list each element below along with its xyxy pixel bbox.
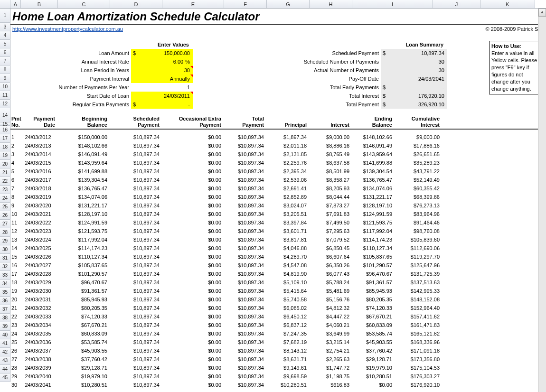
- table-cell[interactable]: $175,104.53: [395, 364, 442, 372]
- table-cell[interactable]: $0.00: [162, 278, 224, 287]
- table-row[interactable]: 2724/03/2038$37,760.42$10,897.34$0.00$10…: [10, 355, 546, 364]
- table-cell[interactable]: $148,102.66: [58, 141, 110, 150]
- table-cell[interactable]: $96,470.67: [58, 278, 110, 287]
- table-cell[interactable]: $2,852.89: [267, 193, 310, 201]
- th-cumulative-interest[interactable]: CumulativeInterest: [395, 115, 442, 129]
- table-cell[interactable]: $60,833.09: [58, 329, 110, 338]
- table-cell[interactable]: $10,897.34: [224, 338, 267, 346]
- table-cell[interactable]: 24/03/2036: [21, 338, 58, 346]
- table-cell[interactable]: $139,304.54: [352, 167, 395, 176]
- table-cell[interactable]: $168,336.96: [395, 338, 442, 346]
- table-cell[interactable]: $10,897.34: [224, 364, 267, 372]
- table-cell[interactable]: $43,791.22: [395, 167, 442, 176]
- table-cell[interactable]: $2,131.85: [267, 150, 310, 159]
- table-cell[interactable]: $7,079.52: [310, 235, 352, 244]
- table-cell[interactable]: 24/03/2023: [21, 227, 58, 235]
- table-cell[interactable]: $10,897.34: [110, 150, 162, 159]
- table-cell[interactable]: $136,765.47: [352, 176, 395, 184]
- row-8[interactable]: 8: [0, 65, 10, 74]
- table-cell[interactable]: $2,259.76: [267, 159, 310, 167]
- table-cell[interactable]: $4,046.88: [267, 244, 310, 252]
- table-cell[interactable]: $8,143.12: [267, 346, 310, 355]
- table-cell[interactable]: $128,197.10: [58, 210, 110, 218]
- row-4[interactable]: 4: [0, 31, 10, 40]
- table-cell[interactable]: $4,447.22: [310, 312, 352, 321]
- row-27[interactable]: 27: [0, 220, 10, 228]
- table-row[interactable]: 1724/03/2028$101,290.57$10,897.34$0.00$1…: [10, 270, 546, 278]
- row-28[interactable]: 28: [0, 228, 10, 237]
- table-cell[interactable]: $45,903.55: [58, 346, 110, 355]
- table-cell[interactable]: 16: [10, 261, 21, 270]
- table-cell[interactable]: $117,992.04: [58, 235, 110, 244]
- table-cell[interactable]: 24/03/2015: [21, 159, 58, 167]
- row-37[interactable]: 37: [0, 305, 10, 314]
- table-cell[interactable]: $10,897.34: [224, 252, 267, 261]
- table-cell[interactable]: $616.83: [310, 381, 352, 389]
- table-cell[interactable]: 24: [10, 329, 21, 338]
- table-cell[interactable]: 24/03/2028: [21, 270, 58, 278]
- table-cell[interactable]: 9: [10, 201, 21, 210]
- table-cell[interactable]: $37,760.42: [352, 346, 395, 355]
- table-cell[interactable]: 21: [10, 304, 21, 312]
- table-cell[interactable]: $0.00: [162, 295, 224, 304]
- table-cell[interactable]: $10,897.34: [110, 312, 162, 321]
- input-cell[interactable]: $-: [131, 100, 193, 109]
- table-cell[interactable]: $1,198.75: [310, 372, 352, 381]
- table-cell[interactable]: $10,897.34: [224, 321, 267, 329]
- table-cell[interactable]: $143,959.64: [58, 159, 110, 167]
- table-cell[interactable]: $124,991.59: [58, 218, 110, 227]
- table-cell[interactable]: $2,754.21: [310, 346, 352, 355]
- table-cell[interactable]: $10,897.34: [224, 235, 267, 244]
- row-40[interactable]: 40: [0, 331, 10, 339]
- row-26[interactable]: 26: [0, 211, 10, 220]
- table-cell[interactable]: $29,128.71: [352, 355, 395, 364]
- table-cell[interactable]: 24/03/2032: [21, 304, 58, 312]
- table-cell[interactable]: $10,897.34: [110, 338, 162, 346]
- row-42[interactable]: 42: [0, 348, 10, 356]
- table-cell[interactable]: $139,304.54: [58, 176, 110, 184]
- table-row[interactable]: 324/03/2014$146,091.49$10,897.34$0.00$10…: [10, 150, 546, 159]
- table-cell[interactable]: $0.00: [162, 364, 224, 372]
- row-29[interactable]: 29: [0, 237, 10, 245]
- table-cell[interactable]: $0.00: [162, 244, 224, 252]
- table-cell[interactable]: $35,289.23: [395, 159, 442, 167]
- row-11[interactable]: 11: [0, 91, 10, 100]
- table-row[interactable]: 424/03/2015$143,959.64$10,897.34$0.00$10…: [10, 159, 546, 167]
- table-cell[interactable]: $10,897.34: [110, 304, 162, 312]
- table-row[interactable]: 2024/03/2031$85,945.93$10,897.34$0.00$10…: [10, 295, 546, 304]
- table-cell[interactable]: $10,897.34: [224, 193, 267, 201]
- row-25[interactable]: 25: [0, 203, 10, 211]
- table-cell[interactable]: $9,149.61: [267, 364, 310, 372]
- table-cell[interactable]: $10,897.34: [110, 287, 162, 295]
- table-cell[interactable]: 24/03/2016: [21, 167, 58, 176]
- row-18[interactable]: 18: [0, 143, 10, 151]
- table-cell[interactable]: $10,897.34: [110, 261, 162, 270]
- table-cell[interactable]: $53,585.74: [352, 329, 395, 338]
- table-cell[interactable]: $2,011.18: [267, 141, 310, 150]
- table-cell[interactable]: $161,471.83: [395, 321, 442, 329]
- table-cell[interactable]: $10,897.34: [110, 321, 162, 329]
- table-cell[interactable]: 24/03/2020: [21, 201, 58, 210]
- table-cell[interactable]: $10,897.34: [110, 184, 162, 193]
- col-d[interactable]: D: [110, 0, 162, 8]
- vertical-scrollbar[interactable]: ▲: [538, 9, 546, 392]
- table-row[interactable]: 1824/03/2029$96,470.67$10,897.34$0.00$10…: [10, 278, 546, 287]
- table-cell[interactable]: $146,091.49: [352, 141, 395, 150]
- table-row[interactable]: 724/03/2018$136,765.47$10,897.34$0.00$10…: [10, 184, 546, 193]
- row-39[interactable]: 39: [0, 322, 10, 331]
- table-cell[interactable]: $85,945.93: [58, 295, 110, 304]
- table-cell[interactable]: $7,499.50: [310, 218, 352, 227]
- table-cell[interactable]: $10,897.34: [224, 270, 267, 278]
- table-cell[interactable]: $105,837.65: [352, 252, 395, 261]
- table-row[interactable]: 1224/03/2023$121,593.75$10,897.34$0.00$1…: [10, 227, 546, 235]
- table-cell[interactable]: $10,897.34: [224, 261, 267, 270]
- table-cell[interactable]: $0.00: [162, 329, 224, 338]
- table-cell[interactable]: 3: [10, 150, 21, 159]
- table-cell[interactable]: $3,024.07: [267, 201, 310, 210]
- table-cell[interactable]: $10,897.34: [110, 381, 162, 389]
- table-cell[interactable]: $114,174.23: [58, 244, 110, 252]
- table-cell[interactable]: $165,121.82: [395, 329, 442, 338]
- table-cell[interactable]: $10,897.34: [224, 227, 267, 235]
- table-cell[interactable]: 24/03/2017: [21, 176, 58, 184]
- input-cell[interactable]: 6.00%: [131, 57, 193, 66]
